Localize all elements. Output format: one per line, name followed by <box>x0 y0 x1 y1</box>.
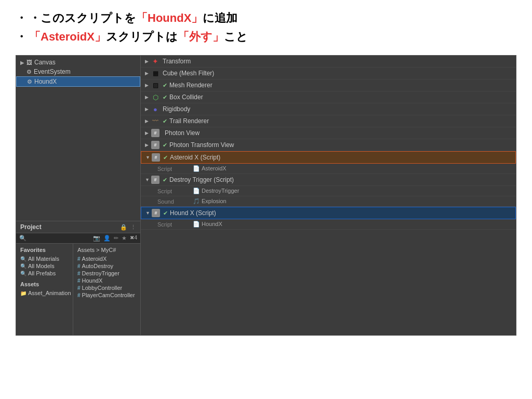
component-transform[interactable]: ▶ ✦ Transform <box>141 56 516 68</box>
trail-renderer-arrow: ▶ <box>145 118 149 124</box>
asset-animation-label: Asset_Animation <box>28 290 71 296</box>
destroy-script-value: 📄DestroyTrigger <box>193 188 239 194</box>
proj-icon-4[interactable]: ★ <box>122 235 127 242</box>
script-asteroidx-label: AsteroidX <box>82 256 107 262</box>
sound-value: 🎵Explosion <box>193 198 227 205</box>
photon-transform-label: Photon Transform View <box>169 141 512 149</box>
photon-transform-check[interactable]: ✔ <box>163 142 167 149</box>
search-small-icon-2: 🔍 <box>20 263 26 269</box>
trail-renderer-check[interactable]: ✔ <box>163 118 167 125</box>
hound-x-check[interactable]: ✔ <box>163 210 168 217</box>
mesh-renderer-check[interactable]: ✔ <box>163 82 167 89</box>
search-icon: 🔍 <box>19 235 26 242</box>
rigidbody-icon: ● <box>151 105 159 113</box>
project-search-bar: 🔍 📷 👤 ✏ ★ ✖4 <box>16 233 140 244</box>
sound-label: Sound <box>157 198 189 205</box>
script-autodestroy[interactable]: # AutoDestroy <box>77 262 136 270</box>
photon-view-icon: # <box>151 129 159 137</box>
mesh-filter-icon: ▦ <box>151 69 159 77</box>
box-collider-label: Box Collider <box>169 94 512 101</box>
hound-x-script-row: Script 📄HoundX <box>141 219 516 230</box>
favorites-title: Favorites <box>20 247 69 253</box>
script-destroytrigger[interactable]: # DestroyTrigger <box>77 270 136 277</box>
favorites-all-models[interactable]: 🔍 All Models <box>20 262 69 270</box>
canvas-label: Canvas <box>34 59 56 66</box>
component-destroy-trigger[interactable]: ▼ # ✔ Destroy Trigger (Script) <box>141 174 516 186</box>
myc-breadcrumb: Assets > MyC# <box>77 247 136 253</box>
component-asteroid-x-script[interactable]: ▼ # ✔ Asteroid X (Script) 外す <box>141 151 516 164</box>
search-input[interactable] <box>29 235 70 242</box>
eventsystem-icon: ⚙ <box>26 69 32 75</box>
component-mesh-renderer[interactable]: ▶ ▨ ✔ Mesh Renderer <box>141 79 516 91</box>
asteroid-x-arrow: ▼ <box>145 155 150 160</box>
project-lock-icon[interactable]: 🔒 <box>120 224 127 231</box>
favorites-materials-label: All Materials <box>28 256 59 262</box>
script-asteroidx[interactable]: # AsteroidX <box>77 255 136 262</box>
destroy-trigger-arrow: ▼ <box>145 177 149 182</box>
component-box-collider[interactable]: ▶ ⬡ ✔ Box Collider <box>141 91 516 103</box>
destroy-trigger-script-row: Script 📄DestroyTrigger <box>141 186 516 196</box>
hierarchy-item-eventsystem[interactable]: ⚙ EventSystem <box>16 67 140 76</box>
proj-icon-2[interactable]: 👤 <box>103 235 111 242</box>
script-lobbycontroller-label: LobbyController <box>82 285 123 291</box>
myc-column: Assets > MyC# # AsteroidX # AutoDestroy … <box>73 244 140 335</box>
folder-icon: 📁 <box>20 290 26 296</box>
script-autodestroy-label: AutoDestroy <box>82 263 114 269</box>
favorites-models-label: All Models <box>28 263 55 269</box>
canvas-icon: 🖼 <box>26 59 32 65</box>
favorites-column: Favorites 🔍 All Materials 🔍 All Models 🔍… <box>16 244 73 335</box>
script-icon-1: # <box>77 256 81 262</box>
script-destroytrigger-label: DestroyTrigger <box>82 270 119 276</box>
component-photon-view[interactable]: ▶ # Photon View <box>141 127 516 139</box>
component-rigidbody[interactable]: ▶ ● Rigidbody <box>141 103 516 115</box>
mesh-filter-arrow: ▶ <box>145 71 149 76</box>
project-title: Project <box>20 223 42 231</box>
script-icon-6: # <box>77 292 81 298</box>
component-photon-transform-view[interactable]: ▶ # ✔ Photon Transform View <box>141 139 516 151</box>
component-trail-renderer[interactable]: ▶ 〰 ✔ Trail Renderer <box>141 115 516 127</box>
favorites-all-materials[interactable]: 🔍 All Materials <box>20 255 69 262</box>
left-panels: ▶ 🖼 Canvas ⚙ EventSystem ⚙ HoundX <box>16 56 141 335</box>
box-collider-check[interactable]: ✔ <box>163 94 167 101</box>
asteroid-x-check[interactable]: ✔ <box>163 154 168 161</box>
hierarchy-item-houndx[interactable]: ⚙ HoundX <box>16 76 140 87</box>
destroy-trigger-check[interactable]: ✔ <box>163 177 167 183</box>
project-search-icons: 📷 👤 ✏ ★ ✖4 <box>93 235 137 242</box>
proj-icon-1[interactable]: 📷 <box>93 235 100 242</box>
photon-transform-arrow: ▶ <box>145 142 149 148</box>
destroy-trigger-label: Destroy Trigger (Script) <box>169 176 512 183</box>
search-small-icon-3: 🔍 <box>20 271 26 276</box>
canvas-arrow: ▶ <box>20 60 25 65</box>
hound-script-label: Script <box>157 221 189 228</box>
photon-view-label: Photon View <box>165 129 512 137</box>
script-lobbycontroller[interactable]: # LobbyController <box>77 284 136 291</box>
component-mesh-filter[interactable]: ▶ ▦ Cube (Mesh Filter) <box>141 68 516 79</box>
script-houndx[interactable]: # HoundX <box>77 277 136 284</box>
mesh-renderer-arrow: ▶ <box>145 83 149 88</box>
rigidbody-arrow: ▶ <box>145 107 149 112</box>
asteroid-x-label: Asteroid X (Script) <box>170 154 511 161</box>
unity-editor: ▶ 🖼 Canvas ⚙ EventSystem ⚙ HoundX <box>16 55 516 336</box>
project-panel: Project 🔒 ⋮ 🔍 📷 👤 ✏ ★ ✖4 <box>16 221 140 335</box>
script-icon-2: # <box>77 263 81 269</box>
proj-icon-3[interactable]: ✏ <box>114 235 118 242</box>
hound-x-label: Hound X (Script) <box>170 209 511 217</box>
photon-transform-icon: # <box>151 141 159 149</box>
destroy-script-label: Script <box>157 188 189 194</box>
box-collider-arrow: ▶ <box>145 95 149 100</box>
hierarchy-panel: ▶ 🖼 Canvas ⚙ EventSystem ⚙ HoundX <box>16 56 140 221</box>
hierarchy-item-canvas[interactable]: ▶ 🖼 Canvas <box>16 58 140 67</box>
project-menu-icon[interactable]: ⋮ <box>130 224 136 231</box>
houndx-label: HoundX <box>34 78 57 85</box>
asteroid-script-label: Script <box>157 166 189 172</box>
script-icon-5: # <box>77 285 81 291</box>
transform-icon: ✦ <box>151 57 159 65</box>
trail-renderer-icon: 〰 <box>151 117 159 125</box>
component-hound-x-script[interactable]: ▼ # ✔ Hound X (Script) <box>141 207 516 219</box>
favorites-all-prefabs[interactable]: 🔍 All Prefabs <box>20 270 69 277</box>
asset-animation-item[interactable]: 📁 Asset_Animation <box>20 289 69 297</box>
header-line2-text: 「AsteroidX」スクリプトは「外す」こと <box>29 29 248 45</box>
script-playercamcontroller[interactable]: # PlayerCamController <box>77 291 136 299</box>
proj-icon-5[interactable]: ✖4 <box>130 235 137 242</box>
asteroid-x-script-row: Script 📄AsteroidX <box>141 164 516 174</box>
